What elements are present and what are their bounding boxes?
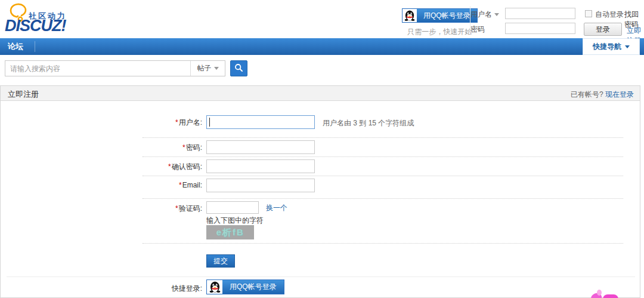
nav-tab-forum[interactable]: 论坛 [8,38,23,55]
captcha-image[interactable]: e析fB [206,225,254,239]
qq-quick-subtitle: 只需一步，快速开始 [402,27,478,37]
confirm-password-row: *确认密码: [1,159,640,176]
search-box: 帖子 [5,60,225,76]
required-mark: * [175,118,178,127]
row-separator [143,156,623,157]
captcha-image-text: e析fB [216,227,244,238]
qq-login-button-bottom-label: 用QQ帐号登录 [222,280,284,294]
password-label-text: 密码: [186,143,202,152]
login-button[interactable]: 登录 [584,23,622,36]
row-separator [143,198,623,199]
section-separator [7,277,635,277]
search-scope-label: 帖子 [197,63,212,73]
chevron-down-icon [625,45,630,48]
qq-login-button-bottom[interactable]: 用QQ帐号登录 [206,279,284,294]
qq-penguin-icon [207,280,222,294]
captcha-label-text: 验证码: [179,204,202,213]
top-username-input[interactable] [505,8,575,19]
login-now-link[interactable]: 现在登录 [605,90,634,99]
confirm-password-input[interactable] [206,159,315,173]
captcha-row: *验证码: 换一个 输入下图中的字符 e析fB [1,201,640,241]
page-title: 立即注册 [8,89,39,100]
required-mark: * [179,181,182,189]
nav-separator [35,41,35,52]
search-icon [234,63,243,74]
quick-login-row: 快捷登录: 用QQ帐号登录 [1,279,640,296]
username-hint: 用户名由 3 到 15 个字符组成 [323,118,414,128]
submit-button[interactable]: 提交 [206,254,235,268]
qq-quick-login-block: 用QQ帐号登录 只需一步，快速开始 [402,8,478,37]
username-label-text: 用户名: [179,118,202,127]
search-input[interactable] [5,61,190,76]
chevron-down-icon [494,13,499,16]
register-form: *用户名: 用户名由 3 到 15 个字符组成 *密码: *确认密码: *Ema… [1,101,640,298]
email-input[interactable] [206,179,315,192]
username-input[interactable] [206,115,315,129]
register-panel-titlebar: 立即注册 已有帐号? 现在登录 [1,86,640,101]
header: 社区动力 DISCUZ! 用QQ帐号登录 只需一步，快 [0,0,644,38]
confirm-password-label: *确认密码: [1,162,202,172]
pink-blob [603,294,618,298]
register-panel: 立即注册 已有帐号? 现在登录 *用户名: 用户名由 3 到 15 个字符组成 … [0,85,640,298]
top-password-label: 密码 [470,24,485,35]
required-mark: * [175,204,178,213]
pink-mascot-decoration [587,290,623,298]
search-row: 帖子 [0,55,644,84]
have-account-text: 已有帐号? [571,90,603,99]
password-label: *密码: [1,143,202,153]
submit-row: 提交 [1,254,640,269]
auto-login-checkbox[interactable] [585,10,592,17]
qq-login-button[interactable]: 用QQ帐号登录 [402,8,478,23]
discuz-logo[interactable]: 社区动力 DISCUZ! [4,1,105,37]
row-separator [143,176,623,176]
logo-brand-text: DISCUZ! [5,18,66,34]
row-separator [143,137,623,138]
search-scope-dropdown[interactable]: 帖子 [190,61,225,76]
text-caret [209,118,210,127]
main-navbar: 论坛 快捷导航 [0,38,644,55]
top-login-form: 用户名 自动登录 找回密码 密码 登录 立即注册 [470,6,644,35]
required-mark: * [182,143,185,152]
chevron-down-icon [214,67,219,70]
email-label: *Email: [1,181,202,189]
top-username-label[interactable]: 用户名 [470,10,499,20]
qq-penguin-icon [402,9,417,22]
username-label: *用户名: [1,118,202,128]
password-row: *密码: [1,140,640,157]
qq-login-button-label: 用QQ帐号登录 [417,9,477,22]
titlebar-right: 已有帐号? 现在登录 [571,90,634,100]
captcha-input[interactable] [206,201,259,214]
captcha-refresh-link[interactable]: 换一个 [266,203,287,213]
quick-navigation-button[interactable]: 快捷导航 [583,38,640,55]
quick-login-label: 快捷登录: [1,284,202,294]
confirm-password-label-text: 确认密码: [172,162,202,171]
email-label-text: Email: [182,181,202,189]
password-input[interactable] [206,140,315,154]
auto-login-label: 自动登录 [595,10,624,20]
required-mark: * [168,162,171,171]
captcha-instruction: 输入下图中的字符 [206,216,264,226]
top-username-label-text: 用户名 [470,10,492,19]
email-row: *Email: [1,179,640,195]
captcha-label: *验证码: [1,204,202,214]
pink-blob [597,290,602,296]
top-password-input[interactable] [505,23,575,34]
quick-navigation-label: 快捷导航 [593,42,621,52]
search-button[interactable] [230,60,247,76]
username-row: *用户名: 用户名由 3 到 15 个字符组成 [1,115,640,132]
row-separator [143,243,623,244]
